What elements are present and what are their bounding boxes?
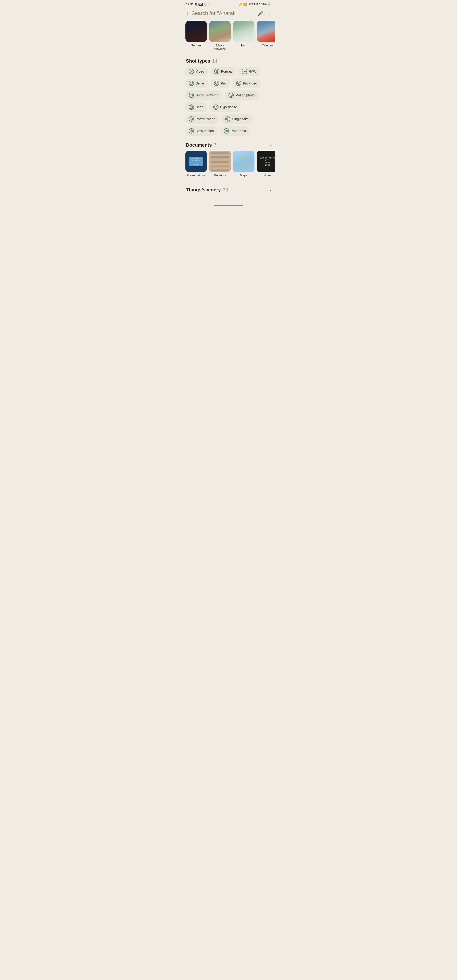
chip-video[interactable]: Video: [185, 67, 208, 76]
status-time: 17:31: [186, 2, 194, 6]
svg-marker-0: [191, 70, 193, 73]
chip-single-take[interactable]: Single take: [221, 114, 252, 124]
chip-scan[interactable]: Scan: [185, 102, 207, 112]
chip-label-super-slow-mo: Super Slow-mo: [196, 93, 218, 97]
pres-screen: The goal is to read a book...● ● ●: [189, 157, 203, 166]
battery-icon: 🔋: [268, 3, 271, 6]
chip-label-single-take: Single take: [232, 117, 248, 121]
shot-types-count: 14: [212, 58, 217, 64]
documents-section: Documents 7 › The goal is to read a book…: [182, 138, 275, 183]
chip-icon-panorama: [224, 128, 229, 134]
location-item-iran[interactable]: Iran: [233, 21, 255, 51]
chip-icon-slow-motion: [189, 128, 194, 134]
chip-label-pro: Pro: [221, 81, 226, 85]
doc-label-maps: Maps: [240, 173, 248, 177]
chip-motion-photo[interactable]: Motion photo: [225, 91, 258, 100]
shot-types-heading: Shot types 14: [182, 54, 275, 67]
chip-pro-video[interactable]: Pro video: [232, 78, 261, 88]
chip-selfie[interactable]: Selfie: [185, 78, 208, 88]
documents-heading: Documents 7 ›: [182, 138, 275, 151]
key-icon: 🔑: [239, 3, 242, 6]
location-label-alborz: Alborz Province: [209, 44, 231, 51]
things-scenery-count: 39: [223, 187, 228, 192]
chip-icon-hyperlapse: [213, 105, 218, 110]
chip-icon-single-take: [225, 116, 231, 122]
locations-row: TehranAlborz ProvinceIranTaleqan: [182, 21, 275, 54]
mic-icon[interactable]: 🎤: [258, 11, 263, 16]
svg-point-22: [191, 118, 192, 119]
doc-item-notes[interactable]: ۵،۲۲ ۱۹۱۳ ۴۲۳۸ ۴۷۶۰crust2023Notes: [257, 151, 275, 177]
chip-hyperlapse[interactable]: Hyperlapse: [209, 102, 241, 112]
svg-marker-9: [238, 83, 239, 84]
chip-icon-motion-photo: [228, 92, 234, 98]
chip-label-selfie: Selfie: [196, 81, 204, 85]
location-item-taleqan[interactable]: Taleqan: [257, 21, 275, 51]
chip-icon-raw: RAW: [242, 69, 247, 74]
location-thumb-iran: [233, 21, 255, 42]
svg-point-6: [216, 83, 217, 84]
location-item-tehran[interactable]: Tehran: [185, 21, 207, 51]
svg-point-11: [192, 94, 193, 96]
chip-label-pro-video: Pro video: [243, 81, 257, 85]
svg-point-4: [192, 83, 192, 83]
chip-panorama[interactable]: Panorama: [220, 126, 250, 136]
dot-icon: ●: [209, 3, 210, 5]
battery-level: 53%: [261, 3, 267, 6]
location-label-tehran: Tehran: [191, 44, 201, 47]
status-bar: 17:31 🖼 17:31 53 📋 ● 🔑 📶 LTE1 LTE2 53% 🔋: [182, 0, 275, 7]
chip-icon-pro: [214, 81, 219, 86]
svg-point-26: [191, 130, 192, 132]
chip-portrait[interactable]: Portrait: [210, 67, 236, 76]
documents-title: Documents: [186, 142, 212, 148]
chip-icon-super-slow-mo: [189, 92, 194, 98]
things-scenery-section: Things/scenery 39 ›: [182, 183, 275, 202]
search-title: Search for "Anarak": [191, 10, 255, 16]
chip-label-hyperlapse: Hyperlapse: [220, 105, 237, 109]
more-icon[interactable]: ⋮: [267, 11, 272, 16]
chip-label-portrait-video: Portrait video: [196, 117, 215, 121]
svg-point-2: [190, 82, 193, 85]
location-item-alborz[interactable]: Alborz Province: [209, 21, 231, 51]
chip-label-portrait: Portrait: [221, 70, 232, 73]
back-button[interactable]: ‹: [185, 9, 189, 18]
chip-label-raw: RAW: [249, 70, 256, 73]
things-scenery-chevron[interactable]: ›: [270, 188, 271, 192]
bottom-indicator: [214, 205, 243, 206]
svg-point-20: [216, 107, 216, 107]
notif-badge: 53: [199, 3, 203, 6]
shot-type-chips: VideoPortraitRAWRAWSelfieProPro videoSup…: [182, 67, 275, 138]
chip-portrait-video[interactable]: Portrait video: [185, 114, 219, 124]
top-bar: ‹ Search for "Anarak" 🎤 ⋮: [182, 7, 275, 21]
doc-thumb-maps: [233, 151, 255, 172]
bottom-bar: [182, 202, 275, 208]
doc-label-notes: Notes: [263, 173, 272, 177]
documents-row: The goal is to read a book...● ● ●Presen…: [182, 151, 275, 180]
location-thumb-taleqan: [257, 21, 275, 42]
location-label-iran: Iran: [241, 44, 246, 47]
chip-slow-motion[interactable]: Slow motion: [185, 126, 218, 136]
top-icons: 🎤 ⋮: [258, 11, 272, 16]
chip-label-video: Video: [196, 70, 204, 73]
lte1-label: LTE1: [248, 3, 253, 5]
chip-super-slow-mo[interactable]: Super Slow-mo: [185, 91, 222, 100]
doc-label-presentations: Presentations: [186, 173, 205, 177]
status-right: 🔑 📶 LTE1 LTE2 53% 🔋: [239, 3, 271, 6]
chip-pro[interactable]: Pro: [210, 78, 230, 88]
documents-chevron[interactable]: ›: [270, 143, 271, 148]
doc-thumb-notes: ۵،۲۲ ۱۹۱۳ ۴۲۳۸ ۴۷۶۰crust2023: [257, 151, 275, 172]
svg-point-5: [215, 82, 218, 84]
svg-point-1: [216, 70, 218, 72]
doc-item-maps[interactable]: Maps: [233, 151, 255, 177]
things-scenery-heading: Things/scenery 39 ›: [182, 183, 275, 196]
location-thumb-tehran: [185, 21, 207, 42]
chip-label-scan: Scan: [196, 105, 203, 109]
doc-item-receipts[interactable]: Receipts: [209, 151, 231, 177]
wifi-icon: 📶: [243, 3, 247, 6]
doc-thumb-presentations: The goal is to read a book...● ● ●: [185, 151, 207, 172]
doc-item-presentations[interactable]: The goal is to read a book...● ● ●Presen…: [185, 151, 207, 177]
location-thumb-alborz: [209, 21, 231, 42]
chip-icon-scan: [189, 105, 194, 110]
location-label-taleqan: Taleqan: [262, 44, 273, 47]
chip-raw[interactable]: RAWRAW: [238, 67, 260, 76]
chip-label-motion-photo: Motion photo: [236, 93, 255, 97]
